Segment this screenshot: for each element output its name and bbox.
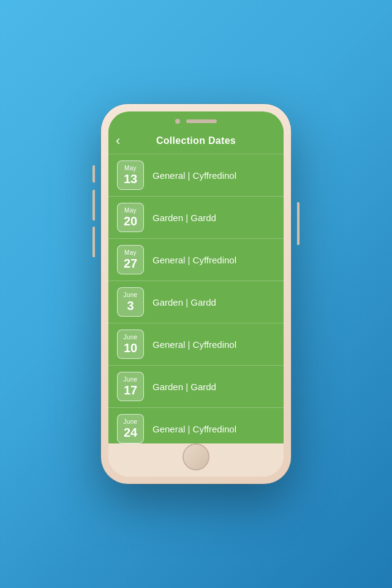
nav-header: ‹ Collection Dates	[108, 127, 284, 154]
list-item[interactable]: June 24 General | Cyffredinol	[108, 408, 284, 443]
date-month: June	[124, 334, 138, 341]
list-item[interactable]: June 10 General | Cyffredinol	[108, 323, 284, 366]
power-button	[297, 202, 300, 245]
item-label: General | Cyffredinol	[153, 424, 236, 434]
date-badge: June 3	[117, 287, 144, 317]
item-label: Garden | Gardd	[153, 213, 216, 223]
date-badge: June 24	[117, 414, 144, 443]
back-button[interactable]: ‹	[116, 133, 120, 149]
mute-button	[92, 165, 95, 183]
item-label: General | Cyffredinol	[153, 339, 236, 350]
item-label: Garden | Gardd	[153, 382, 216, 392]
list-item[interactable]: June 3 Garden | Gardd	[108, 281, 284, 323]
date-month: May	[124, 207, 137, 214]
phone-frame: ‹ Collection Dates May 13 General | Cyff…	[101, 104, 291, 484]
home-button[interactable]	[183, 443, 209, 470]
list-item[interactable]: May 20 Garden | Gardd	[108, 197, 284, 239]
app-screen: ‹ Collection Dates May 13 General | Cyff…	[108, 127, 284, 443]
date-day: 10	[124, 341, 137, 355]
date-day: 27	[124, 257, 137, 270]
speaker	[186, 119, 217, 123]
date-badge: May 13	[117, 160, 144, 190]
phone-screen: ‹ Collection Dates May 13 General | Cyff…	[108, 111, 284, 477]
date-day: 17	[124, 383, 137, 397]
date-badge: June 10	[117, 330, 144, 359]
date-day: 3	[127, 299, 134, 312]
date-day: 13	[124, 172, 137, 186]
list-item[interactable]: June 17 Garden | Gardd	[108, 366, 284, 408]
date-badge: June 17	[117, 372, 144, 401]
volume-down-button	[92, 227, 95, 257]
collection-list: May 13 General | Cyffredinol May 20 Gard…	[108, 154, 284, 443]
volume-up-button	[92, 190, 95, 221]
item-label: General | Cyffredinol	[153, 170, 236, 181]
date-badge: May 20	[117, 203, 144, 232]
page-title: Collection Dates	[156, 135, 236, 146]
date-month: May	[124, 249, 137, 257]
camera	[175, 119, 180, 124]
date-month: June	[124, 418, 138, 426]
list-item[interactable]: May 27 General | Cyffredinol	[108, 239, 284, 281]
date-day: 20	[124, 214, 137, 228]
date-month: May	[124, 165, 137, 172]
item-label: Garden | Gardd	[153, 297, 216, 307]
date-day: 24	[124, 426, 137, 439]
item-label: General | Cyffredinol	[153, 255, 236, 265]
date-badge: May 27	[117, 245, 144, 274]
date-month: June	[124, 292, 138, 299]
date-month: June	[124, 376, 138, 383]
list-item[interactable]: May 13 General | Cyffredinol	[108, 154, 284, 197]
